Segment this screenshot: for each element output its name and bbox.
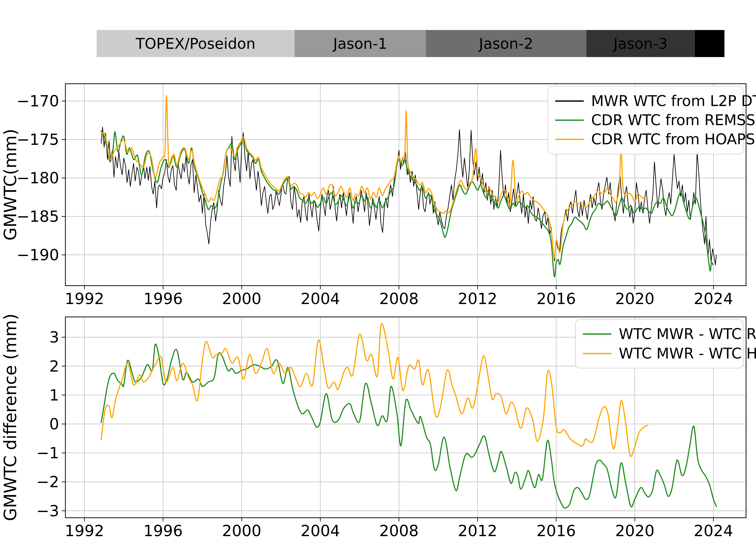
mission-bar: TOPEX/PoseidonJason-1Jason-2Jason-3S6 <box>97 30 724 57</box>
y-tick-label: −175 <box>17 130 59 149</box>
legend: WTC MWR - WTC REMSSWTC MWR - WTC HOAPS <box>575 320 756 368</box>
gmwtc-panel: 199219962000200420082012201620202024−170… <box>1 84 756 308</box>
y-tick-label: 3 <box>49 328 59 346</box>
y-tick-label: −3 <box>36 502 59 520</box>
mission-label: S6 <box>700 35 719 52</box>
x-tick-label: 2016 <box>536 290 576 308</box>
legend-label: MWR WTC from L2P DT 2024 <box>591 92 756 109</box>
x-tick-label: 2004 <box>300 290 340 308</box>
x-tick-label: 2012 <box>458 522 497 540</box>
figure: TOPEX/PoseidonJason-1Jason-2Jason-3S6 19… <box>0 0 756 540</box>
y-axis-label: GMWTC(mm) <box>1 129 20 241</box>
mission-label: Jason-2 <box>478 35 533 52</box>
x-tick-label: 2000 <box>222 522 262 540</box>
mission-label: Jason-1 <box>332 35 387 52</box>
x-tick-label: 2024 <box>694 522 733 540</box>
y-tick-label: −170 <box>17 92 59 110</box>
legend-label: CDR WTC from HOAPS <box>591 131 755 148</box>
gmwtc-difference-panel: 1992199620002004200820122016202020243210… <box>1 314 756 540</box>
legend: MWR WTC from L2P DT 2024CDR WTC from REM… <box>548 86 756 154</box>
series-line-wtc-mwr-wtc-remss <box>101 344 716 508</box>
y-tick-label: 1 <box>49 386 59 404</box>
y-tick-label: −1 <box>36 444 59 462</box>
y-tick-label: −190 <box>17 246 59 264</box>
y-tick-label: −180 <box>17 169 59 187</box>
series-line-wtc-mwr-wtc-hoaps <box>101 324 648 457</box>
y-tick-label: −185 <box>17 207 59 225</box>
x-tick-label: 1992 <box>65 522 104 540</box>
mission-label: Jason-3 <box>613 35 667 52</box>
x-tick-label: 1996 <box>143 522 183 540</box>
y-tick-label: −2 <box>36 473 59 491</box>
x-tick-label: 1996 <box>143 290 183 308</box>
legend-label: WTC MWR - WTC REMSS <box>619 326 756 342</box>
x-tick-label: 2016 <box>536 522 576 540</box>
x-tick-label: 2000 <box>222 290 262 308</box>
x-tick-label: 2008 <box>379 522 419 540</box>
x-tick-label: 2008 <box>379 290 419 308</box>
legend-label: CDR WTC from REMSS <box>591 111 755 129</box>
x-tick-label: 2020 <box>615 522 655 540</box>
gmwtc-comparison-chart: TOPEX/PoseidonJason-1Jason-2Jason-3S6 19… <box>0 0 756 540</box>
legend-label: WTC MWR - WTC HOAPS <box>619 345 756 362</box>
x-tick-label: 2004 <box>300 522 340 540</box>
y-axis-label: GMWTC difference (mm) <box>1 314 20 521</box>
y-tick-label: 0 <box>49 415 59 433</box>
x-tick-label: 2012 <box>458 290 497 308</box>
x-tick-label: 2024 <box>694 290 733 308</box>
x-tick-label: 1992 <box>65 290 104 308</box>
mission-label: TOPEX/Poseidon <box>135 35 256 52</box>
y-tick-label: 2 <box>49 357 59 375</box>
x-tick-label: 2020 <box>615 290 655 308</box>
